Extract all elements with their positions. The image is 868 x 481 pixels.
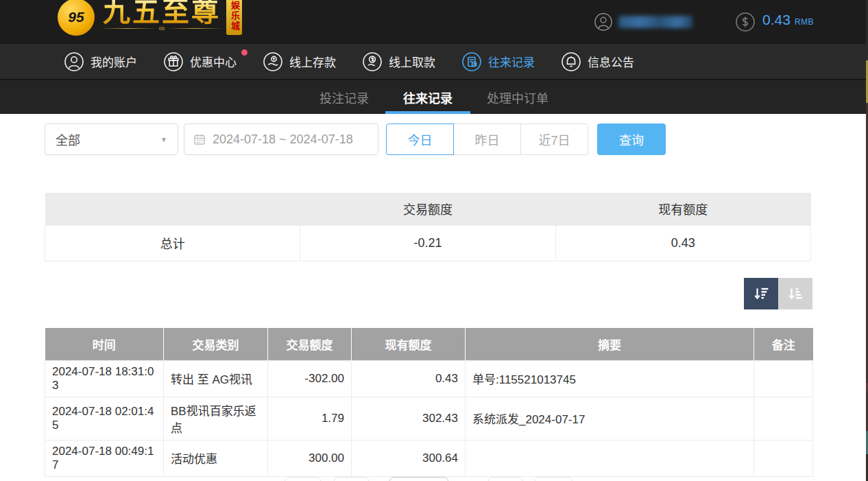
transaction-records-page: 95 九五至尊 ∞ 娱乐城 xyxy=(0,0,868,481)
col-header-type: 交易类别 xyxy=(164,328,268,360)
records-clipboard-icon xyxy=(461,51,482,72)
tab-betting-records[interactable]: 投注记录 xyxy=(317,80,372,114)
filter-row: 全部 ▼ 2024-07-18 ~ 2024-07-18 今日 昨日 近7日 xyxy=(45,124,666,155)
nav-label: 信息公告 xyxy=(588,53,634,70)
date-range-input[interactable]: 2024-07-18 ~ 2024-07-18 xyxy=(184,124,378,155)
cell-note xyxy=(754,360,813,397)
summary-row: 总计 -0.21 0.43 xyxy=(45,225,811,261)
col-header-balance: 现有额度 xyxy=(352,328,466,360)
nav-label: 我的账户 xyxy=(91,53,137,70)
quick-btn-yesterday[interactable]: 昨日 xyxy=(453,124,521,155)
quick-date-group: 今日 昨日 近7日 xyxy=(386,124,588,155)
nav-item-announcements[interactable]: 信息公告 xyxy=(561,51,634,72)
sort-ascending-button[interactable] xyxy=(778,278,812,309)
notification-dot xyxy=(241,49,248,56)
nav-label: 线上存款 xyxy=(289,53,336,70)
cell-summary xyxy=(466,440,754,476)
summary-header-transaction-amount: 交易额度 xyxy=(300,193,555,225)
cell-type: 活动优惠 xyxy=(164,440,268,476)
summary-total-label: 总计 xyxy=(45,225,300,261)
bell-icon xyxy=(561,51,581,72)
summary-header-empty xyxy=(45,193,300,225)
cell-time: 2024-07-18 18:31:03 xyxy=(45,360,164,397)
tab-transaction-records[interactable]: 往来记录 xyxy=(400,80,455,114)
nav-item-withdraw[interactable]: 线上取款 xyxy=(362,51,435,72)
gift-icon xyxy=(163,51,184,72)
top-header: 95 九五至尊 ∞ 娱乐城 xyxy=(0,0,868,44)
cell-summary: 单号:115521013745 xyxy=(466,360,754,397)
dollar-coin-icon xyxy=(735,12,756,32)
site-logo[interactable]: 95 九五至尊 ∞ 娱乐城 xyxy=(58,0,242,36)
deposit-hand-coin-icon xyxy=(263,51,283,72)
withdraw-hand-coin-icon xyxy=(362,51,383,72)
cell-amount: 300.00 xyxy=(268,440,352,476)
flourish-ornament-icon: ∞ xyxy=(156,24,168,32)
sub-nav: 投注记录 往来记录 处理中订单 xyxy=(0,80,868,114)
logo-title: 九五至尊 xyxy=(103,0,221,26)
summary-header-current-amount: 现有额度 xyxy=(555,193,810,225)
type-select-value: 全部 xyxy=(56,130,80,148)
cell-note xyxy=(754,397,813,440)
content: 全部 ▼ 2024-07-18 ~ 2024-07-18 今日 昨日 近7日 xyxy=(0,114,868,481)
sort-descending-button[interactable] xyxy=(744,278,778,309)
cell-balance: 0.43 xyxy=(352,360,466,397)
cell-balance: 302.43 xyxy=(352,397,466,440)
logo-emblem-icon: 95 xyxy=(58,0,95,36)
nav-item-promotions[interactable]: 优惠中心 xyxy=(163,51,237,72)
cell-note xyxy=(754,440,813,476)
logo-flourish: ∞ xyxy=(100,24,224,32)
col-header-time: 时间 xyxy=(45,328,164,360)
nav-label: 往来记录 xyxy=(488,53,535,70)
cell-time: 2024-07-18 00:49:17 xyxy=(45,440,164,476)
nav-label: 线上取款 xyxy=(389,53,435,70)
logo-badge: 娱乐城 xyxy=(226,0,242,35)
date-range-value: 2024-07-18 ~ 2024-07-18 xyxy=(213,132,353,147)
search-button[interactable]: 查询 xyxy=(597,124,666,155)
quick-btn-today[interactable]: 今日 xyxy=(386,124,454,155)
sort-controls xyxy=(744,278,812,309)
balance-amount: 0.43 xyxy=(762,12,791,28)
pagination-button[interactable] xyxy=(285,477,321,481)
pagination xyxy=(0,477,868,481)
user-icon xyxy=(64,51,84,72)
sort-descending-icon xyxy=(753,285,769,302)
cell-type: BB视讯百家乐返点 xyxy=(164,397,268,440)
pagination-button[interactable] xyxy=(488,477,523,481)
table-row: 2024-07-18 00:49:17 活动优惠 300.00 300.64 xyxy=(45,440,813,476)
user-area: 0.43 RMB xyxy=(580,0,868,44)
col-header-summary: 摘要 xyxy=(466,328,754,360)
records-header-row: 时间 交易类别 交易额度 现有额度 摘要 备注 xyxy=(45,328,813,360)
nav-label: 优惠中心 xyxy=(190,53,237,70)
nav-item-my-account[interactable]: 我的账户 xyxy=(64,51,137,72)
pagination-button[interactable] xyxy=(334,477,369,481)
caret-down-icon: ▼ xyxy=(160,136,167,143)
username-redacted xyxy=(618,16,692,28)
cell-amount: -302.00 xyxy=(268,360,352,397)
balance-currency: RMB xyxy=(795,17,814,27)
cell-balance: 300.64 xyxy=(352,440,466,476)
pagination-page-select[interactable] xyxy=(389,477,448,481)
col-header-amount: 交易额度 xyxy=(268,328,352,360)
cell-summary: 系统派发_2024-07-17 xyxy=(466,397,754,440)
summary-current-amount: 0.43 xyxy=(555,225,810,261)
account-menu[interactable] xyxy=(594,12,692,32)
cell-type: 转出 至 AG视讯 xyxy=(164,360,268,397)
main-nav: 我的账户 优惠中心 线上存款 xyxy=(0,44,868,80)
records-table: 时间 交易类别 交易额度 现有额度 摘要 备注 2024-07-18 18:31… xyxy=(45,328,813,477)
col-header-note: 备注 xyxy=(754,328,813,360)
summary-table: 交易额度 现有额度 总计 -0.21 0.43 xyxy=(45,193,811,261)
sort-ascending-icon xyxy=(787,285,804,302)
table-row: 2024-07-18 02:01:45 BB视讯百家乐返点 1.79 302.4… xyxy=(45,397,813,440)
cell-time: 2024-07-18 02:01:45 xyxy=(45,397,164,440)
nav-item-deposit[interactable]: 线上存款 xyxy=(263,51,336,72)
pagination-button[interactable] xyxy=(535,477,572,481)
nav-item-transaction-records[interactable]: 往来记录 xyxy=(461,51,535,72)
type-select[interactable]: 全部 ▼ xyxy=(45,124,178,155)
wallet-balance[interactable]: 0.43 RMB xyxy=(735,12,814,32)
summary-transaction-amount: -0.21 xyxy=(300,225,555,261)
calendar-icon xyxy=(193,132,206,146)
table-row: 2024-07-18 18:31:03 转出 至 AG视讯 -302.00 0.… xyxy=(45,360,813,397)
person-icon xyxy=(594,12,613,32)
tab-pending-orders[interactable]: 处理中订单 xyxy=(484,80,551,114)
quick-btn-last7days[interactable]: 近7日 xyxy=(520,124,588,155)
